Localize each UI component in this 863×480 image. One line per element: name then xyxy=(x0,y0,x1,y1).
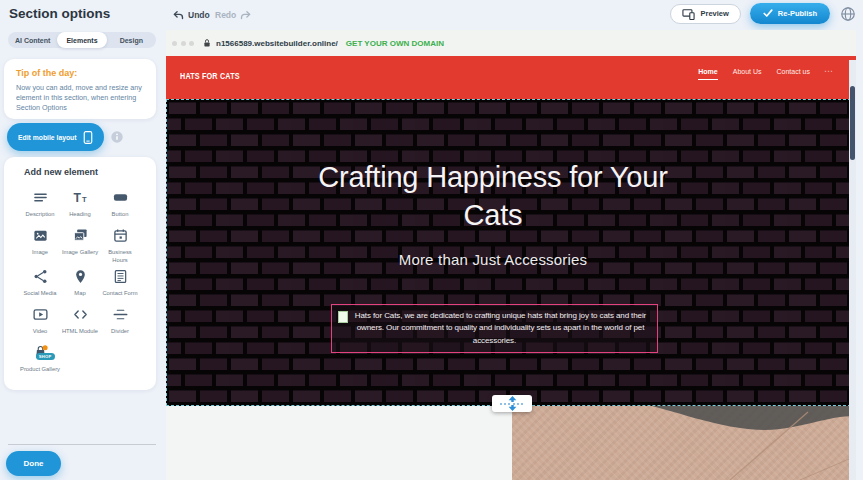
element-product-gallery[interactable]: SHOPProduct Gallery xyxy=(20,340,60,378)
undo-icon xyxy=(172,10,184,21)
preview-label: Preview xyxy=(700,9,728,18)
hero-subheading[interactable]: More than Just Accessories xyxy=(167,251,819,268)
contact-form-icon xyxy=(113,269,128,284)
element-button[interactable]: Button xyxy=(100,185,140,223)
video-icon xyxy=(33,307,48,322)
text-lines-icon xyxy=(33,190,48,205)
cat-photo xyxy=(512,406,856,480)
edit-mobile-label: Edit mobile layout xyxy=(18,134,77,141)
redo-icon xyxy=(240,10,252,21)
hero-paragraph-selected[interactable]: Hats for Cats, we are dedicated to craft… xyxy=(331,304,658,353)
preview-devices-icon xyxy=(682,8,695,20)
element-label: HTML Module xyxy=(60,328,100,336)
element-description[interactable]: Description xyxy=(20,185,60,223)
heading-icon: TT xyxy=(73,190,88,205)
element-heading[interactable]: TTHeading xyxy=(60,185,100,223)
element-image[interactable]: Image xyxy=(20,223,60,264)
element-social-media[interactable]: Social Media xyxy=(20,264,60,302)
element-image-gallery[interactable]: Image Gallery xyxy=(60,223,100,264)
hero-paragraph-text: Hats for Cats, we are dedicated to craft… xyxy=(355,311,646,345)
redo-label: Redo xyxy=(215,10,236,20)
undo-label: Undo xyxy=(188,10,210,20)
element-label: Divider xyxy=(100,328,140,336)
nav-item-about-us[interactable]: About Us xyxy=(733,68,762,79)
element-label: Video xyxy=(20,328,60,336)
element-label: Contact Form xyxy=(100,290,140,298)
site-url[interactable]: n1566589.websitebuilder.online/ xyxy=(216,39,338,48)
element-video[interactable]: Video xyxy=(20,302,60,340)
element-business-hours[interactable]: Business Hours xyxy=(100,223,140,264)
more-menu-icon[interactable]: ⋯ xyxy=(824,66,834,76)
globe-icon xyxy=(840,6,856,22)
share-icon xyxy=(33,269,48,284)
tab-ai-content[interactable]: AI Content xyxy=(8,32,57,48)
arrow-up-icon xyxy=(508,396,517,402)
divider-icon xyxy=(113,307,128,322)
site-preview-canvas: n1566589.websitebuilder.online/ GET YOUR… xyxy=(166,30,856,480)
calendar-icon xyxy=(113,228,128,243)
tip-card: Tip of the day: Now you can add, move an… xyxy=(4,59,156,119)
phone-icon xyxy=(83,130,93,145)
svg-text:T: T xyxy=(73,191,81,205)
element-label: Image Gallery xyxy=(60,249,100,257)
lock-icon xyxy=(202,37,212,49)
scrollbar-thumb[interactable] xyxy=(850,86,855,160)
element-map[interactable]: Map xyxy=(60,264,100,302)
element-label: Business Hours xyxy=(100,249,140,264)
nav-item-contact-us[interactable]: Contact us xyxy=(777,68,810,79)
next-section-background xyxy=(166,406,512,480)
window-dots-icon xyxy=(172,41,194,46)
preview-scrollbar xyxy=(849,60,856,480)
edit-mobile-layout-button[interactable]: Edit mobile layout xyxy=(7,123,104,151)
section-options-panel: AI ContentElementsDesign Tip of the day:… xyxy=(0,30,166,480)
info-icon[interactable] xyxy=(111,131,123,143)
republish-label: Re-Publish xyxy=(778,9,817,18)
element-divider[interactable]: Divider xyxy=(100,302,140,340)
product-gallery-icon: SHOP xyxy=(33,345,48,360)
site-header: HATS FOR CATS HomeAbout UsContact us ⋯ xyxy=(166,56,856,99)
element-label: Map xyxy=(60,290,100,298)
map-pin-icon xyxy=(73,269,88,284)
element-handle-icon[interactable] xyxy=(338,311,348,323)
svg-text:T: T xyxy=(81,195,86,204)
site-logo[interactable]: HATS FOR CATS xyxy=(180,71,240,81)
redo-button[interactable]: Redo xyxy=(215,0,252,30)
page-title: Section options xyxy=(9,6,110,21)
arrow-down-icon xyxy=(508,405,517,411)
element-html-module[interactable]: HTML Module xyxy=(60,302,100,340)
element-label: Button xyxy=(100,211,140,219)
sidebar-divider xyxy=(8,444,156,445)
image-icon xyxy=(33,228,48,243)
element-label: Social Media xyxy=(20,290,60,298)
nav-item-home[interactable]: Home xyxy=(698,68,717,80)
check-icon xyxy=(763,9,773,18)
done-button[interactable]: Done xyxy=(6,451,61,476)
image-gallery-icon xyxy=(73,228,88,243)
element-label: Description xyxy=(20,211,60,219)
hero-heading[interactable]: Crafting Happiness for Your Cats xyxy=(167,158,819,234)
hero-section-selected: Crafting Happiness for Your Cats More th… xyxy=(166,99,856,406)
top-toolbar: Section options Undo Redo Preview Re-Pub… xyxy=(0,0,863,30)
shop-badge: SHOP xyxy=(36,353,55,360)
tip-title: Tip of the day: xyxy=(16,68,144,78)
language-globe-button[interactable] xyxy=(839,5,857,23)
tip-body: Now you can add, move and resize any ele… xyxy=(16,83,144,113)
tab-design[interactable]: Design xyxy=(107,32,156,48)
preview-button[interactable]: Preview xyxy=(670,4,740,24)
section-resize-handle[interactable] xyxy=(492,395,532,412)
panel-tabs: AI ContentElementsDesign xyxy=(8,32,156,48)
add-element-card: Add new element DescriptionTTHeadingButt… xyxy=(4,157,156,390)
add-element-title: Add new element xyxy=(24,167,156,177)
tab-elements[interactable]: Elements xyxy=(57,32,106,48)
republish-button[interactable]: Re-Publish xyxy=(750,3,830,24)
browser-bar: n1566589.websitebuilder.online/ GET YOUR… xyxy=(166,30,856,56)
site-nav: HomeAbout UsContact us xyxy=(698,68,810,80)
undo-button[interactable]: Undo xyxy=(172,0,210,30)
get-domain-link[interactable]: GET YOUR OWN DOMAIN xyxy=(346,39,444,48)
button-icon xyxy=(113,190,128,205)
element-contact-form[interactable]: Contact Form xyxy=(100,264,140,302)
element-label: Heading xyxy=(60,211,100,219)
code-icon xyxy=(73,307,88,322)
element-label: Product Gallery xyxy=(20,366,60,374)
element-label: Image xyxy=(20,249,60,257)
